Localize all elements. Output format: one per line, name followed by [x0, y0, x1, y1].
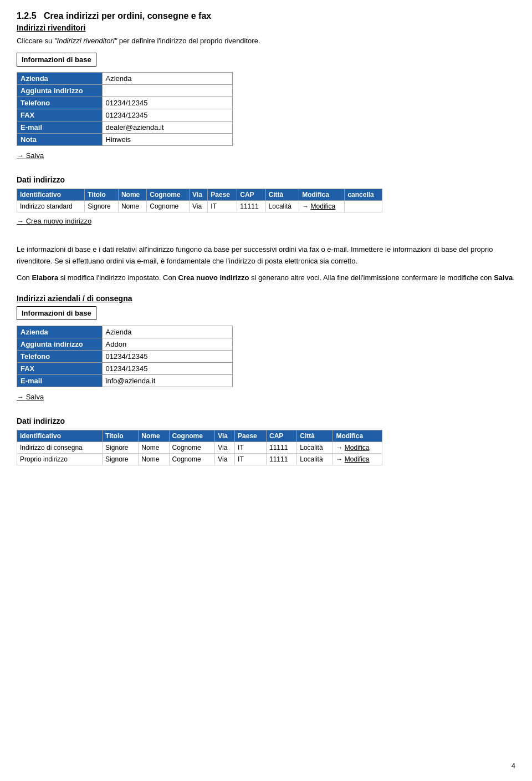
table-cell: Via: [215, 442, 235, 454]
table-cell: Via: [190, 200, 208, 212]
form-value: 01234/12345: [102, 97, 232, 109]
form-value: 01234/12345: [102, 109, 232, 121]
salva-bold: Salva: [494, 273, 513, 282]
table-header: Via: [215, 430, 235, 442]
table-header: Città: [265, 189, 299, 200]
form-value: Azienda: [102, 326, 232, 338]
info-box-2: Informazioni di base: [17, 306, 96, 320]
table-header: Titolo: [85, 189, 119, 200]
form-row: AziendaAzienda: [17, 72, 233, 84]
table-header: Paese: [208, 189, 237, 200]
table-header: Cognome: [147, 189, 190, 200]
table-cell: Nome: [139, 442, 169, 454]
table-cell: Cognome: [169, 442, 215, 454]
table-cell: Località: [297, 454, 333, 465]
table-cell: IT: [235, 442, 267, 454]
form-value: Hinweis: [102, 133, 232, 145]
modifica-link[interactable]: Modifica: [345, 444, 370, 452]
form-label: Azienda: [17, 72, 103, 84]
table-cell: Proprio indirizzo: [17, 454, 103, 465]
table-header: Città: [297, 430, 333, 442]
table-header: CAP: [266, 430, 296, 442]
table-header: Nome: [118, 189, 146, 200]
dati-title-2: Dati indirizzo: [17, 417, 515, 425]
form-label: FAX: [17, 363, 103, 375]
form-label: E-mail: [17, 121, 103, 133]
table-cell: Località: [265, 200, 299, 212]
table-header: Modifica: [299, 189, 345, 200]
salva-link-1[interactable]: Salva: [17, 151, 44, 160]
crea-bold: Crea nuovo indirizzo: [178, 273, 249, 282]
table-cell[interactable]: → Modifica: [333, 454, 382, 465]
table-row: Proprio indirizzoSignoreNomeCognomeViaIT…: [17, 454, 382, 465]
form-value: 01234/12345: [102, 351, 232, 363]
form-label: FAX: [17, 109, 103, 121]
salva-link-2[interactable]: Salva: [17, 393, 44, 401]
form-row: E-mailinfo@azienda.it: [17, 375, 233, 387]
italic-text: "Indirizzi rivenditori": [54, 37, 117, 45]
data-table-1: IdentificativoTitoloNomeCognomeViaPaeseC…: [17, 189, 382, 212]
form-value: info@azienda.it: [102, 375, 232, 387]
form-row: FAX01234/12345: [17, 363, 233, 375]
table-cell: Nome: [118, 200, 146, 212]
body-paragraph-2: Con Elabora si modifica l'indirizzo impo…: [17, 272, 515, 284]
table-header: Nome: [139, 430, 169, 442]
table-header: Cognome: [169, 430, 215, 442]
table-header: CAP: [237, 189, 265, 200]
form-label: Telefono: [17, 351, 103, 363]
section2-subtitle: Indirizzi aziendali / di consegna: [17, 294, 515, 303]
page-heading: 1.2.5 Crea indirizzi per ordini, consegn…: [17, 11, 515, 21]
table-cell: 11111: [266, 454, 296, 465]
form-row: FAX01234/12345: [17, 109, 233, 121]
form-table-1: AziendaAziendaAggiunta indirizzoTelefono…: [17, 72, 233, 146]
data-table-2: IdentificativoTitoloNomeCognomeViaPaeseC…: [17, 430, 382, 465]
dati-title-1: Dati indirizzo: [17, 175, 515, 184]
form-row: Aggiunta indirizzo: [17, 84, 233, 97]
table-cell: Nome: [139, 454, 169, 465]
form-label: Nota: [17, 133, 103, 145]
table-cell: Cognome: [169, 454, 215, 465]
table-cell: IT: [235, 454, 267, 465]
table-header: Via: [190, 189, 208, 200]
form-value: Azienda: [102, 72, 232, 84]
form-value: [102, 84, 232, 97]
table-header: Titolo: [103, 430, 139, 442]
table-row: Indirizzo standardSignoreNomeCognomeViaI…: [17, 200, 382, 212]
form-value: 01234/12345: [102, 363, 232, 375]
table-cell: 11111: [237, 200, 265, 212]
table-header: Paese: [235, 430, 267, 442]
form-row: E-maildealer@azienda.it: [17, 121, 233, 133]
table-cell: Indirizzo standard: [17, 200, 85, 212]
form-value: dealer@azienda.it: [102, 121, 232, 133]
table-cell: Indirizzo di consegna: [17, 442, 103, 454]
modifica-link[interactable]: Modifica: [345, 455, 370, 463]
table-cell[interactable]: → Modifica: [333, 442, 382, 454]
table-header: cancella: [345, 189, 382, 200]
table-cell: Signore: [85, 200, 119, 212]
italic-link-text: Indirizzi rivenditori: [57, 37, 115, 45]
crea-nuovo-link-1[interactable]: Crea nuovo indirizzo: [17, 217, 91, 225]
form-table-2: AziendaAziendaAggiunta indirizzoAddonTel…: [17, 326, 233, 387]
table-cell: Signore: [103, 454, 139, 465]
form-label: Aggiunta indirizzo: [17, 338, 103, 351]
info-box-1: Informazioni di base: [17, 53, 96, 67]
table-row: Indirizzo di consegnaSignoreNomeCognomeV…: [17, 442, 382, 454]
table-header: Identificativo: [17, 189, 85, 200]
form-row: Telefono01234/12345: [17, 351, 233, 363]
section1-description: Cliccare su "Indirizzi rivenditori" per …: [17, 36, 515, 47]
heading-number: 1.2.5: [17, 11, 37, 21]
form-value: Addon: [102, 338, 232, 351]
table-cell: [345, 200, 382, 212]
body-paragraph-1: Le informazioni di base e i dati relativ…: [17, 244, 515, 267]
table-header: Modifica: [333, 430, 382, 442]
table-cell: Località: [297, 442, 333, 454]
table-cell: Cognome: [147, 200, 190, 212]
form-row: AziendaAzienda: [17, 326, 233, 338]
table-cell[interactable]: → Modifica: [299, 200, 345, 212]
modifica-link[interactable]: Modifica: [311, 202, 336, 210]
heading-title: Crea indirizzi per ordini, consegne e fa…: [44, 11, 211, 21]
form-row: Telefono01234/12345: [17, 97, 233, 109]
form-row: NotaHinweis: [17, 133, 233, 145]
section1-subtitle: Indirizzi rivenditori: [17, 23, 515, 32]
form-row: Aggiunta indirizzoAddon: [17, 338, 233, 351]
